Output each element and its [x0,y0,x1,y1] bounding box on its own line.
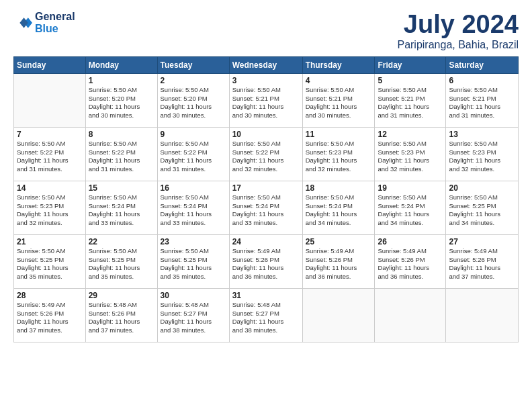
day-number: 15 [89,183,154,193]
month-title: July 2024 [397,11,519,39]
calendar-header-row: SundayMondayTuesdayWednesdayThursdayFrid… [14,56,519,73]
calendar-cell-4-1: 21Sunrise: 5:50 AMSunset: 5:25 PMDayligh… [14,234,86,288]
day-number: 16 [161,183,226,193]
day-info: Sunrise: 5:49 AMSunset: 5:26 PMDaylight:… [232,247,300,281]
logo-icon [13,13,32,32]
logo-text-general: General [35,11,75,23]
calendar-cell-2-4: 10Sunrise: 5:50 AMSunset: 5:22 PMDayligh… [229,127,302,181]
calendar-cell-5-4: 31Sunrise: 5:48 AMSunset: 5:27 PMDayligh… [229,288,302,342]
calendar-cell-2-5: 11Sunrise: 5:50 AMSunset: 5:23 PMDayligh… [302,127,375,181]
calendar-cell-5-2: 29Sunrise: 5:48 AMSunset: 5:26 PMDayligh… [85,288,157,342]
day-number: 10 [232,130,300,139]
day-number: 5 [378,76,443,85]
day-info: Sunrise: 5:49 AMSunset: 5:26 PMDaylight:… [306,247,372,281]
day-number: 12 [378,130,443,139]
title-block: July 2024 Paripiranga, Bahia, Brazil [397,11,519,51]
day-info: Sunrise: 5:50 AMSunset: 5:20 PMDaylight:… [161,86,226,120]
day-number: 2 [161,76,226,85]
calendar-cell-4-4: 24Sunrise: 5:49 AMSunset: 5:26 PMDayligh… [229,234,302,288]
day-info: Sunrise: 5:50 AMSunset: 5:24 PMDaylight:… [378,193,443,228]
day-info: Sunrise: 5:50 AMSunset: 5:25 PMDaylight:… [449,193,515,228]
calendar-cell-4-5: 25Sunrise: 5:49 AMSunset: 5:26 PMDayligh… [302,234,375,288]
day-info: Sunrise: 5:50 AMSunset: 5:25 PMDaylight:… [89,247,154,281]
day-number: 24 [232,237,300,246]
header: General Blue July 2024 Paripiranga, Bahi… [13,11,519,51]
calendar-cell-3-6: 19Sunrise: 5:50 AMSunset: 5:24 PMDayligh… [375,181,446,234]
day-info: Sunrise: 5:48 AMSunset: 5:27 PMDaylight:… [161,301,226,335]
calendar-cell-1-5: 4Sunrise: 5:50 AMSunset: 5:21 PMDaylight… [302,73,375,127]
day-info: Sunrise: 5:50 AMSunset: 5:21 PMDaylight:… [232,86,300,120]
calendar-cell-2-2: 8Sunrise: 5:50 AMSunset: 5:22 PMDaylight… [85,127,157,181]
day-info: Sunrise: 5:50 AMSunset: 5:23 PMDaylight:… [378,140,443,174]
calendar-header-wednesday: Wednesday [229,56,302,73]
calendar-cell-3-4: 17Sunrise: 5:50 AMSunset: 5:24 PMDayligh… [229,181,302,234]
logo: General Blue [13,11,75,36]
calendar-cell-3-1: 14Sunrise: 5:50 AMSunset: 5:23 PMDayligh… [14,181,86,234]
day-info: Sunrise: 5:50 AMSunset: 5:21 PMDaylight:… [306,86,372,120]
calendar-cell-2-1: 7Sunrise: 5:50 AMSunset: 5:22 PMDaylight… [14,127,86,181]
calendar-cell-2-7: 13Sunrise: 5:50 AMSunset: 5:23 PMDayligh… [446,127,519,181]
day-info: Sunrise: 5:49 AMSunset: 5:26 PMDaylight:… [449,247,515,281]
week-row-5: 28Sunrise: 5:49 AMSunset: 5:26 PMDayligh… [14,288,519,342]
svg-marker-2 [19,18,28,29]
calendar-cell-1-1 [14,73,86,127]
subtitle: Paripiranga, Bahia, Brazil [397,39,519,51]
day-number: 7 [17,130,83,139]
calendar-header-thursday: Thursday [302,56,375,73]
day-info: Sunrise: 5:49 AMSunset: 5:26 PMDaylight:… [378,247,443,281]
calendar-cell-2-6: 12Sunrise: 5:50 AMSunset: 5:23 PMDayligh… [375,127,446,181]
day-number: 26 [378,237,443,246]
week-row-2: 7Sunrise: 5:50 AMSunset: 5:22 PMDaylight… [14,127,519,181]
day-number: 11 [306,130,372,139]
day-info: Sunrise: 5:50 AMSunset: 5:22 PMDaylight:… [161,140,226,174]
page: General Blue July 2024 Paripiranga, Bahi… [0,0,532,411]
day-number: 18 [306,183,372,193]
week-row-1: 1Sunrise: 5:50 AMSunset: 5:20 PMDaylight… [14,73,519,127]
calendar-cell-5-6 [375,288,446,342]
calendar-cell-1-7: 6Sunrise: 5:50 AMSunset: 5:21 PMDaylight… [446,73,519,127]
calendar-cell-3-7: 20Sunrise: 5:50 AMSunset: 5:25 PMDayligh… [446,181,519,234]
day-info: Sunrise: 5:50 AMSunset: 5:25 PMDaylight:… [17,247,83,281]
calendar-cell-4-3: 23Sunrise: 5:50 AMSunset: 5:25 PMDayligh… [157,234,229,288]
calendar-cell-1-6: 5Sunrise: 5:50 AMSunset: 5:21 PMDaylight… [375,73,446,127]
calendar-cell-5-5 [302,288,375,342]
day-info: Sunrise: 5:50 AMSunset: 5:20 PMDaylight:… [89,86,154,120]
day-info: Sunrise: 5:50 AMSunset: 5:23 PMDaylight:… [449,140,515,174]
calendar-cell-1-3: 2Sunrise: 5:50 AMSunset: 5:20 PMDaylight… [157,73,229,127]
day-number: 30 [161,291,226,300]
day-number: 6 [449,76,515,85]
day-number: 29 [89,291,154,300]
day-number: 13 [449,130,515,139]
week-row-4: 21Sunrise: 5:50 AMSunset: 5:25 PMDayligh… [14,234,519,288]
day-info: Sunrise: 5:50 AMSunset: 5:23 PMDaylight:… [17,193,83,228]
calendar-cell-5-7 [446,288,519,342]
day-number: 19 [378,183,443,193]
calendar-cell-3-3: 16Sunrise: 5:50 AMSunset: 5:24 PMDayligh… [157,181,229,234]
calendar-cell-3-2: 15Sunrise: 5:50 AMSunset: 5:24 PMDayligh… [85,181,157,234]
day-number: 20 [449,183,515,193]
day-info: Sunrise: 5:49 AMSunset: 5:26 PMDaylight:… [17,301,83,335]
calendar-table: SundayMondayTuesdayWednesdayThursdayFrid… [13,56,519,342]
day-number: 8 [89,130,154,139]
calendar-header-monday: Monday [85,56,157,73]
day-info: Sunrise: 5:50 AMSunset: 5:23 PMDaylight:… [306,140,372,174]
calendar-header-sunday: Sunday [14,56,86,73]
calendar-header-tuesday: Tuesday [157,56,229,73]
calendar-cell-4-7: 27Sunrise: 5:49 AMSunset: 5:26 PMDayligh… [446,234,519,288]
day-info: Sunrise: 5:50 AMSunset: 5:25 PMDaylight:… [161,247,226,281]
calendar-cell-4-6: 26Sunrise: 5:49 AMSunset: 5:26 PMDayligh… [375,234,446,288]
day-number: 28 [17,291,83,300]
day-info: Sunrise: 5:50 AMSunset: 5:24 PMDaylight:… [161,193,226,228]
day-number: 31 [232,291,300,300]
day-info: Sunrise: 5:50 AMSunset: 5:24 PMDaylight:… [232,193,300,228]
day-number: 22 [89,237,154,246]
day-info: Sunrise: 5:50 AMSunset: 5:21 PMDaylight:… [378,86,443,120]
logo-text-blue: Blue [35,23,75,35]
day-info: Sunrise: 5:50 AMSunset: 5:22 PMDaylight:… [89,140,154,174]
day-info: Sunrise: 5:50 AMSunset: 5:24 PMDaylight:… [89,193,154,228]
calendar-header-friday: Friday [375,56,446,73]
day-number: 14 [17,183,83,193]
day-number: 27 [449,237,515,246]
day-number: 25 [306,237,372,246]
calendar-header-saturday: Saturday [446,56,519,73]
